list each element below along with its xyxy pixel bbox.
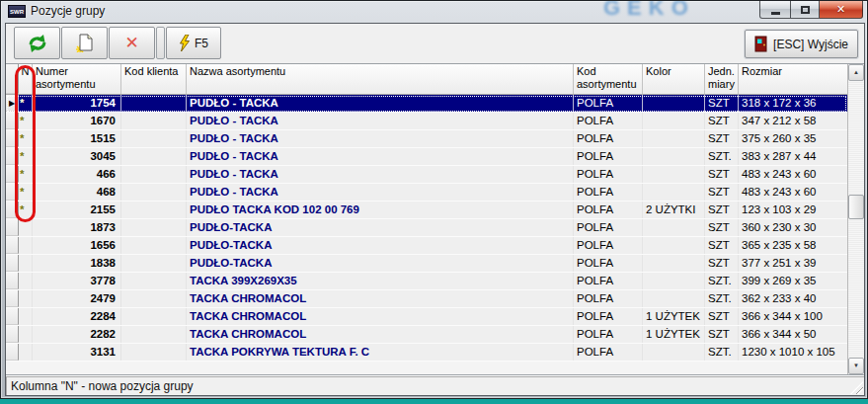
new-item-marker: *	[19, 130, 33, 147]
cell-rozmiar: 360 x 230 x 30	[739, 219, 847, 236]
cell-jedn-miary: SZT	[705, 255, 739, 272]
cell-kod-klienta	[121, 237, 187, 254]
maximize-button[interactable]	[790, 1, 820, 19]
cell-jedn-miary: SZT.	[705, 273, 739, 289]
row-indicator	[6, 202, 19, 218]
cell-kod-klienta	[121, 255, 187, 272]
titlebar[interactable]: GEKO SWR Pozycje grupy ✕	[1, 1, 867, 23]
scroll-down-button[interactable]: ▼	[848, 358, 864, 374]
header-kolor[interactable]: Kolor	[643, 64, 705, 94]
exit-label: [ESC] Wyjście	[773, 38, 848, 51]
refresh-icon	[28, 35, 47, 52]
row-indicator	[6, 308, 19, 325]
cell-kolor	[643, 184, 705, 201]
cell-kolor: 2 UŻYTKI	[643, 202, 705, 218]
cell-kod-asortymentu: POLFA	[574, 344, 643, 361]
new-item-marker	[19, 237, 33, 254]
cell-kolor	[643, 255, 705, 272]
cell-rozmiar: 318 x 172 x 36	[739, 95, 847, 112]
cell-nazwa: PUDŁO-TACKA	[187, 219, 574, 236]
cell-numer: 2284	[33, 308, 121, 325]
new-item-marker	[19, 344, 33, 361]
cell-nazwa: TACKA CHROMACOL	[187, 326, 574, 343]
cell-numer: 466	[33, 166, 121, 183]
table-row[interactable]: * 468 PUDŁO - TACKA POLFA SZT 483 x 243 …	[6, 184, 847, 202]
cell-rozmiar: 365 x 235 x 58	[739, 237, 847, 254]
cell-nazwa: PUDŁO - TACKA	[187, 113, 574, 129]
table-row[interactable]: 3131 TACKA POKRYWA TEKTURA F. C POLFA SZ…	[6, 344, 847, 362]
cell-jedn-miary: SZT	[705, 237, 739, 254]
cell-kod-asortymentu: POLFA	[574, 290, 643, 307]
table-row[interactable]: 1656 PUDŁO-TACKA POLFA SZT 365 x 235 x 5…	[6, 237, 847, 255]
cell-numer: 1754	[33, 95, 121, 112]
cell-kod-asortymentu: POLFA	[574, 273, 643, 289]
vertical-scrollbar[interactable]: ▲ ▼	[847, 64, 864, 374]
resize-grip[interactable]	[850, 381, 863, 394]
cell-numer: 1515	[33, 130, 121, 147]
header-n[interactable]: N	[19, 64, 33, 94]
cell-kod-klienta	[121, 184, 187, 201]
new-item-marker: *	[19, 166, 33, 183]
cell-kod-klienta	[121, 290, 187, 307]
cell-kod-klienta	[121, 130, 187, 147]
table-row[interactable]: * 3045 PUDŁO - TACKA POLFA SZT. 383 x 28…	[6, 148, 847, 166]
cell-kod-klienta	[121, 344, 187, 361]
new-item-marker	[19, 308, 33, 325]
f5-button[interactable]: F5	[166, 27, 221, 59]
table-row[interactable]: ▶ * 1754 PUDŁO - TACKA POLFA SZT 318 x 1…	[6, 95, 847, 113]
row-indicator-arrow: ▶	[9, 99, 15, 108]
table-row[interactable]: 2282 TACKA CHROMACOL POLFA 1 UŻYTEK SZT …	[6, 326, 847, 344]
minimize-button[interactable]	[759, 1, 790, 19]
table-row[interactable]: 2479 TACKA CHROMACOL POLFA SZT. 362 x 23…	[6, 290, 847, 308]
scrollbar-thumb[interactable]	[848, 195, 864, 219]
new-item-marker: *	[19, 95, 33, 112]
scroll-up-button[interactable]: ▲	[848, 64, 864, 81]
scroll-up-icon: ▲	[853, 69, 859, 75]
cell-numer: 3045	[33, 148, 121, 165]
table-row[interactable]: 3778 TACKA 399X269X35 POLFA SZT. 399 x 2…	[6, 273, 847, 290]
table-row[interactable]: 1873 PUDŁO-TACKA POLFA SZT 360 x 230 x 3…	[6, 219, 847, 237]
header-rozmiar[interactable]: Rozmiar	[739, 64, 847, 94]
header-nazwa-asortymentu[interactable]: Nazwa asortymentu	[187, 64, 574, 94]
cell-nazwa: PUDŁO - TACKA	[187, 184, 574, 201]
header-kod-asortymentu[interactable]: Kod asortymentu	[574, 64, 643, 94]
new-item-marker	[19, 219, 33, 236]
refresh-button[interactable]	[14, 27, 60, 59]
exit-button[interactable]: [ESC] Wyjście	[745, 30, 858, 58]
cell-nazwa: TACKA CHROMACOL	[187, 290, 574, 307]
header-indicator	[6, 64, 19, 94]
delete-icon: ✕	[124, 35, 138, 51]
table-row[interactable]: * 1515 PUDŁO - TACKA POLFA SZT 375 x 260…	[6, 130, 847, 148]
cell-kod-klienta	[121, 202, 187, 218]
table-row[interactable]: 1838 PUDŁO-TACKA POLFA SZT 377 x 251 x 3…	[6, 255, 847, 273]
cell-nazwa: PUDŁO TACKA KOD 102 00 769	[187, 202, 574, 218]
table-row[interactable]: 2284 TACKA CHROMACOL POLFA 1 UŻYTEK SZT …	[6, 308, 847, 326]
cell-jedn-miary: SZT	[705, 308, 739, 325]
row-indicator	[6, 148, 19, 165]
cell-jedn-miary: SZT	[705, 326, 739, 343]
cell-numer: 1873	[33, 219, 121, 236]
row-indicator: ▶	[6, 95, 19, 112]
minimize-icon	[771, 12, 780, 15]
close-button[interactable]: ✕	[820, 1, 863, 19]
toolbar-separator	[156, 27, 165, 59]
delete-button[interactable]: ✕	[109, 27, 155, 59]
cell-numer: 3778	[33, 273, 121, 289]
cell-kolor	[643, 113, 705, 129]
new-document-icon	[76, 34, 94, 52]
header-kod-klienta[interactable]: Kod klienta	[121, 64, 187, 94]
new-item-button[interactable]	[61, 27, 108, 59]
header-numer-asortymentu[interactable]: Numer asortymentu	[33, 64, 121, 94]
scroll-down-icon: ▼	[853, 363, 859, 368]
new-item-marker: *	[19, 202, 33, 218]
f5-label: F5	[195, 37, 208, 50]
table-row[interactable]: * 2155 PUDŁO TACKA KOD 102 00 769 POLFA …	[6, 202, 847, 219]
header-jedn-miary[interactable]: Jedn. miary	[705, 64, 739, 94]
row-indicator	[6, 273, 19, 289]
table-row[interactable]: * 466 PUDŁO - TACKA POLFA SZT 483 x 243 …	[6, 166, 847, 184]
cell-kolor	[643, 237, 705, 254]
cell-jedn-miary: SZT	[705, 166, 739, 183]
table-row[interactable]: * 1670 PUDŁO - TACKA POLFA SZT 347 x 212…	[6, 113, 847, 130]
cell-kod-asortymentu: POLFA	[574, 184, 643, 201]
cell-kod-klienta	[121, 219, 187, 236]
